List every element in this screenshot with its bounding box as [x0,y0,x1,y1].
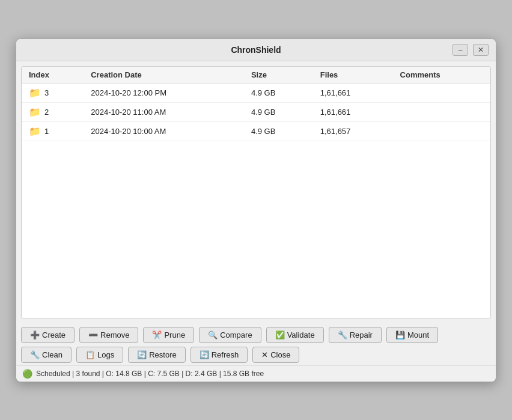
clean-button[interactable]: 🔧Clean [21,347,72,363]
remove-button[interactable]: ➖Remove [79,327,138,343]
cell-files: 1,61,657 [313,121,393,141]
index-number: 1 [44,127,49,136]
table-row[interactable]: 📁32024-10-20 12:00 PM4.9 GB1,61,661 [22,83,490,102]
mount-label: Mount [407,330,429,339]
col-size: Size [244,67,313,84]
index-number: 3 [44,88,49,97]
status-text: Scheduled | 3 found | O: 14.8 GB | C: 7.… [36,370,264,378]
clean-icon: 🔧 [30,350,40,359]
cell-comments [393,102,490,121]
cell-files: 1,61,661 [313,102,393,121]
logs-label: Logs [97,350,114,359]
title-bar-controls: – ✕ [453,44,489,56]
validate-button[interactable]: ✅Validate [266,327,324,343]
refresh-icon: 🔄 [200,350,209,359]
refresh-button[interactable]: 🔄Refresh [190,347,248,363]
mount-icon: 💾 [395,330,405,339]
restore-button[interactable]: 🔄Restore [128,347,186,363]
repair-button[interactable]: 🔧Repair [329,327,382,343]
restore-label: Restore [149,350,177,359]
cell-date: 2024-10-20 12:00 PM [84,83,244,102]
folder-icon: 📁 [29,106,41,118]
index-number: 2 [44,108,49,117]
clean-label: Clean [42,350,62,359]
cell-size: 4.9 GB [244,121,313,141]
col-comments: Comments [393,67,490,84]
logs-button[interactable]: 📋Logs [76,347,123,363]
cell-size: 4.9 GB [244,102,313,121]
compare-label: Compare [220,330,252,339]
status-bar: 🟢 Scheduled | 3 found | O: 14.8 GB | C: … [16,365,496,382]
table-row[interactable]: 📁22024-10-20 11:00 AM4.9 GB1,61,661 [22,102,490,121]
repair-label: Repair [350,330,373,339]
compare-button[interactable]: 🔍Compare [199,327,261,343]
remove-icon: ➖ [88,330,98,339]
table-header: Index Creation Date Size Files Comments [22,67,490,84]
table-body: 📁32024-10-20 12:00 PM4.9 GB1,61,661📁2202… [22,83,490,141]
status-icon: 🟢 [22,369,32,379]
prune-label: Prune [164,330,185,339]
cell-index: 📁2 [22,102,84,121]
create-label: Create [42,330,66,339]
cell-size: 4.9 GB [244,83,313,102]
cell-date: 2024-10-20 11:00 AM [84,102,244,121]
col-creation-date: Creation Date [84,67,244,84]
validate-label: Validate [287,330,315,339]
mount-button[interactable]: 💾Mount [386,327,438,343]
refresh-label: Refresh [212,350,239,359]
col-files: Files [313,67,393,84]
cell-comments [393,121,490,141]
cell-index: 📁1 [22,121,84,141]
prune-icon: ✂️ [152,330,162,339]
folder-icon: 📁 [29,87,41,99]
title-bar: ChronShield – ✕ [16,39,496,61]
repair-icon: 🔧 [338,330,347,339]
logs-icon: 📋 [85,350,95,359]
window-title: ChronShield [231,45,281,55]
backup-table-container: Index Creation Date Size Files Comments … [21,66,491,318]
backup-table: Index Creation Date Size Files Comments … [22,67,490,141]
close-label: Close [270,350,290,359]
col-index: Index [22,67,84,84]
folder-icon: 📁 [29,126,41,137]
table-row[interactable]: 📁12024-10-20 10:00 AM4.9 GB1,61,657 [22,121,490,141]
compare-icon: 🔍 [208,330,218,339]
cell-date: 2024-10-20 10:00 AM [84,121,244,141]
close-button[interactable]: ✕Close [252,347,299,363]
cell-files: 1,61,661 [313,83,393,102]
create-icon: ➕ [30,330,40,339]
close-icon: ✕ [261,350,268,359]
close-button[interactable]: ✕ [473,44,489,56]
cell-comments [393,83,490,102]
cell-index: 📁3 [22,83,84,102]
minimize-button[interactable]: – [453,44,468,56]
remove-label: Remove [100,330,129,339]
button-row-2: 🔧Clean📋Logs🔄Restore🔄Refresh✕Close [21,347,491,363]
prune-button[interactable]: ✂️Prune [143,327,194,343]
restore-icon: 🔄 [137,350,147,359]
buttons-area: ➕Create➖Remove✂️Prune🔍Compare✅Validate🔧R… [16,323,496,365]
main-window: ChronShield – ✕ Index Creation Date Size… [16,38,496,382]
button-row-1: ➕Create➖Remove✂️Prune🔍Compare✅Validate🔧R… [21,327,491,343]
create-button[interactable]: ➕Create [21,327,75,343]
validate-icon: ✅ [275,330,285,339]
